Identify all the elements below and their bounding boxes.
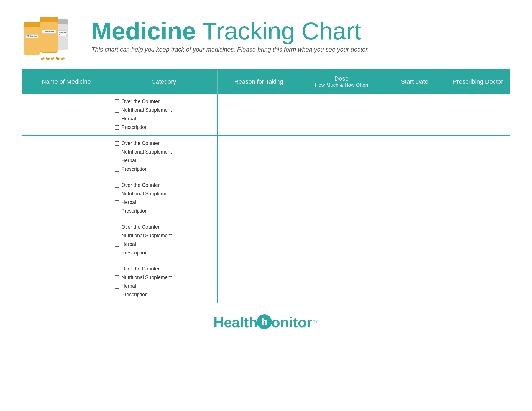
label-prescription-1: Prescription	[121, 124, 148, 130]
checkbox-herbal-2[interactable]: Herbal	[115, 158, 213, 164]
cell-dose-5[interactable]	[300, 261, 383, 303]
checkbox-box-nutritional-4[interactable]	[115, 234, 119, 238]
cell-doctor-5[interactable]	[446, 261, 510, 303]
col-header-name: Name of Medicine	[22, 70, 110, 94]
checkbox-prescription-3[interactable]: Prescription	[115, 208, 213, 214]
label-otc-1: Over the Counter	[121, 99, 160, 104]
pills-scatter	[22, 58, 83, 60]
col-header-category: Category	[110, 70, 217, 94]
cell-name-3[interactable]	[22, 177, 110, 219]
col-header-dose: Dose How Much & How Often	[300, 70, 383, 94]
pill-3	[50, 57, 55, 61]
cell-category-3: Over the Counter Nutritional Supplement …	[110, 177, 217, 219]
cell-reason-1[interactable]	[217, 94, 300, 136]
cell-dose-4[interactable]	[300, 219, 383, 261]
cell-doctor-4[interactable]	[446, 219, 510, 261]
cell-reason-4[interactable]	[217, 219, 300, 261]
checkbox-nutritional-1[interactable]: Nutritional Supplement	[115, 107, 213, 113]
cell-name-4[interactable]	[22, 219, 110, 261]
label-nutritional-4: Nutritional Supplement	[121, 233, 172, 239]
checkbox-box-prescription-5[interactable]	[115, 293, 119, 297]
checkbox-nutritional-5[interactable]: Nutritional Supplement	[115, 275, 213, 280]
checkbox-otc-1[interactable]: Over the Counter	[115, 99, 213, 104]
checkbox-box-otc-2[interactable]	[115, 141, 119, 146]
checkbox-otc-4[interactable]: Over the Counter	[115, 224, 213, 230]
checkbox-prescription-5[interactable]: Prescription	[115, 292, 213, 298]
checkbox-box-prescription-4[interactable]	[115, 251, 119, 255]
footer-monitor-text: onitor	[271, 314, 312, 331]
checkbox-nutritional-2[interactable]: Nutritional Supplement	[115, 149, 213, 155]
cell-doctor-3[interactable]	[446, 177, 510, 219]
main-title: Medicine Tracking Chart	[91, 19, 510, 43]
cell-reason-3[interactable]	[217, 177, 300, 219]
cell-dose-3[interactable]	[300, 177, 383, 219]
cell-name-5[interactable]	[22, 261, 110, 303]
cell-reason-5[interactable]	[217, 261, 300, 303]
label-herbal-3: Herbal	[121, 200, 136, 205]
checkbox-otc-5[interactable]: Over the Counter	[115, 266, 213, 272]
checkbox-box-otc-4[interactable]	[115, 225, 119, 229]
cell-start-3[interactable]	[383, 177, 446, 219]
title-tracking: Tracking	[202, 17, 295, 45]
label-herbal-5: Herbal	[121, 283, 136, 289]
bottle-3: Medication	[40, 17, 58, 53]
label-herbal-4: Herbal	[121, 241, 136, 247]
cell-start-5[interactable]	[383, 261, 446, 303]
checkbox-box-nutritional-5[interactable]	[115, 275, 119, 280]
dose-sublabel: How Much & How Often	[305, 82, 378, 88]
checkbox-nutritional-4[interactable]: Nutritional Supplement	[115, 233, 213, 239]
checkbox-box-prescription-2[interactable]	[115, 167, 119, 172]
cell-dose-1[interactable]	[300, 94, 383, 136]
checkbox-box-herbal-2[interactable]	[115, 159, 119, 163]
label-prescription-5: Prescription	[121, 292, 148, 298]
checkbox-box-prescription-3[interactable]	[115, 209, 119, 213]
checkbox-herbal-5[interactable]: Herbal	[115, 283, 213, 289]
table-header: Name of Medicine Category Reason for Tak…	[22, 70, 510, 94]
table-row: Over the Counter Nutritional Supplement …	[22, 136, 510, 177]
title-chart: Chart	[301, 17, 361, 45]
checkbox-box-herbal-3[interactable]	[115, 200, 119, 205]
checkbox-box-nutritional-2[interactable]	[115, 150, 119, 154]
checkbox-nutritional-3[interactable]: Nutritional Supplement	[115, 191, 213, 197]
cell-doctor-2[interactable]	[446, 136, 510, 177]
checkbox-otc-2[interactable]: Over the Counter	[115, 141, 213, 146]
checkbox-prescription-1[interactable]: Prescription	[115, 124, 213, 130]
label-nutritional-1: Nutritional Supplement	[121, 107, 172, 113]
footer-trademark: ™	[313, 319, 319, 326]
cell-reason-2[interactable]	[217, 136, 300, 177]
label-prescription-4: Prescription	[121, 250, 148, 256]
label-herbal-1: Herbal	[121, 116, 136, 122]
checkbox-prescription-4[interactable]: Prescription	[115, 250, 213, 256]
checkbox-prescription-2[interactable]: Prescription	[115, 166, 213, 172]
cell-category-5: Over the Counter Nutritional Supplement …	[110, 261, 217, 303]
checkbox-box-otc-1[interactable]	[115, 99, 119, 104]
checkbox-box-herbal-5[interactable]	[115, 284, 119, 289]
cell-dose-2[interactable]	[300, 136, 383, 177]
label-otc-3: Over the Counter	[121, 182, 160, 188]
checkbox-herbal-3[interactable]: Herbal	[115, 200, 213, 205]
cell-start-2[interactable]	[383, 136, 446, 177]
pill-4	[55, 57, 60, 60]
footer-logo-circle: h	[257, 314, 272, 329]
cell-doctor-1[interactable]	[446, 94, 510, 136]
title-medicine: Medicine	[91, 17, 196, 45]
cell-name-1[interactable]	[22, 94, 110, 136]
col-header-doctor: Prescribing Doctor	[446, 70, 510, 94]
header-row: Name of Medicine Category Reason for Tak…	[22, 70, 510, 94]
checkbox-box-prescription-1[interactable]	[115, 125, 119, 130]
checkbox-box-herbal-1[interactable]	[115, 117, 119, 121]
cell-start-1[interactable]	[383, 94, 446, 136]
checkbox-otc-3[interactable]: Over the Counter	[115, 182, 213, 188]
table-row: Over the Counter Nutritional Supplement …	[22, 94, 510, 136]
checkbox-herbal-4[interactable]: Herbal	[115, 241, 213, 247]
pill-2	[45, 57, 50, 60]
checkbox-box-nutritional-1[interactable]	[115, 108, 119, 113]
checkbox-box-otc-5[interactable]	[115, 267, 119, 271]
checkbox-box-otc-3[interactable]	[115, 183, 119, 188]
checkbox-herbal-1[interactable]: Herbal	[115, 116, 213, 122]
checkbox-box-nutritional-3[interactable]	[115, 192, 119, 196]
cell-start-4[interactable]	[383, 219, 446, 261]
cell-category-2: Over the Counter Nutritional Supplement …	[110, 136, 217, 177]
cell-name-2[interactable]	[22, 136, 110, 177]
checkbox-box-herbal-4[interactable]	[115, 242, 119, 247]
